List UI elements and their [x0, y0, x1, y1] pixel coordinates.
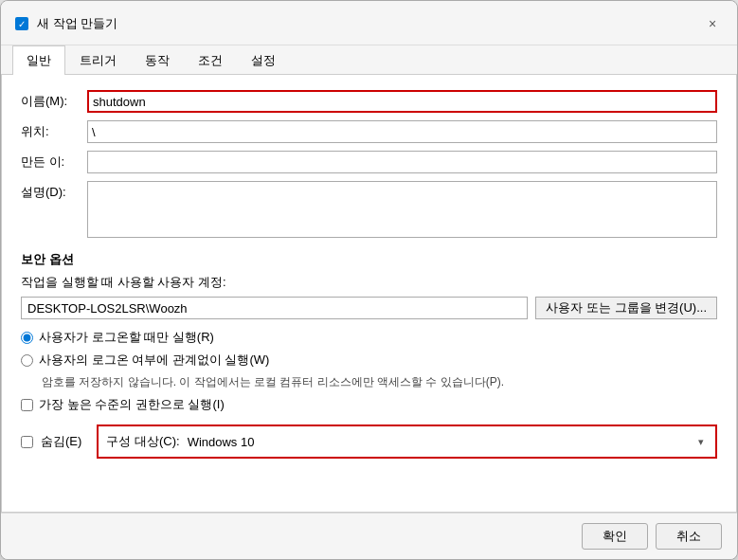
configure-select-wrapper: Windows 10 Windows 7, Windows Server 200… — [188, 430, 708, 453]
name-input[interactable] — [87, 90, 717, 113]
author-label: 만든 이: — [21, 154, 87, 171]
configure-select[interactable]: Windows 10 Windows 7, Windows Server 200… — [188, 430, 708, 453]
close-button[interactable]: × — [699, 10, 726, 37]
tab-settings[interactable]: 설정 — [237, 45, 290, 75]
tab-content: 이름(M): 위치: 만든 이: 설명(D): 보안 옵션 작업을 실행할 때 … — [1, 75, 737, 513]
new-task-dialog: ✓ 새 작업 만들기 × 일반 트리거 동작 조건 설정 이름(M): 위치: … — [0, 0, 738, 560]
location-label: 위치: — [21, 123, 87, 140]
name-label: 이름(M): — [21, 93, 87, 110]
title-bar-left: ✓ 새 작업 만들기 — [14, 15, 117, 32]
hidden-label: 숨김(E) — [41, 433, 81, 450]
dialog-icon: ✓ — [14, 16, 29, 31]
radio-logon-label: 사용자가 로그온할 때만 실행(R) — [39, 329, 214, 346]
radio-regardless-row: 사용자의 로그온 여부에 관계없이 실행(W) — [21, 352, 717, 369]
radio-regardless-label: 사용자의 로그온 여부에 관계없이 실행(W) — [39, 352, 269, 369]
description-row: 설명(D): — [21, 181, 717, 238]
description-input[interactable] — [87, 181, 717, 238]
tab-condition[interactable]: 조건 — [184, 45, 237, 75]
dialog-footer: 확인 취소 — [1, 513, 737, 559]
tab-general[interactable]: 일반 — [12, 45, 65, 75]
security-section-label: 보안 옵션 — [21, 251, 717, 268]
bottom-row: 숨김(E) 구성 대상(C): Windows 10 Windows 7, Wi… — [21, 425, 717, 459]
title-bar: ✓ 새 작업 만들기 × — [1, 1, 737, 45]
dialog-title: 새 작업 만들기 — [37, 15, 117, 32]
configure-label: 구성 대상(C): — [106, 433, 179, 450]
svg-text:✓: ✓ — [18, 19, 26, 29]
name-row: 이름(M): — [21, 90, 717, 113]
highest-priv-row: 가장 높은 수준의 권한으로 실행(I) — [21, 396, 717, 413]
location-input[interactable] — [87, 120, 717, 143]
user-row: 사용자 또는 그룹을 변경(U)... — [21, 297, 717, 319]
change-user-button[interactable]: 사용자 또는 그룹을 변경(U)... — [535, 297, 717, 319]
cancel-button[interactable]: 취소 — [656, 523, 722, 550]
highest-priv-label: 가장 높은 수준의 권한으로 실행(I) — [39, 396, 225, 413]
password-note: 암호를 저장하지 않습니다. 이 작업에서는 로컬 컴퓨터 리소스에만 액세스할… — [42, 374, 717, 390]
user-field[interactable] — [21, 297, 528, 319]
radio-regardless-input[interactable] — [21, 354, 33, 367]
hidden-checkbox[interactable] — [21, 436, 33, 448]
highest-priv-checkbox[interactable] — [21, 399, 33, 411]
tabs-bar: 일반 트리거 동작 조건 설정 — [1, 45, 737, 75]
hidden-row: 숨김(E) — [21, 433, 81, 450]
radio-logon-row: 사용자가 로그온할 때만 실행(R) — [21, 329, 717, 346]
radio-logon-input[interactable] — [21, 332, 33, 344]
description-label: 설명(D): — [21, 181, 87, 201]
location-row: 위치: — [21, 120, 717, 143]
run-as-label: 작업을 실행할 때 사용할 사용자 계정: — [21, 274, 717, 291]
ok-button[interactable]: 확인 — [582, 523, 648, 550]
configure-row: 구성 대상(C): Windows 10 Windows 7, Windows … — [97, 425, 717, 459]
author-input[interactable] — [87, 151, 717, 173]
tab-trigger[interactable]: 트리거 — [65, 45, 131, 75]
tab-action[interactable]: 동작 — [131, 45, 184, 75]
author-row: 만든 이: — [21, 151, 717, 173]
